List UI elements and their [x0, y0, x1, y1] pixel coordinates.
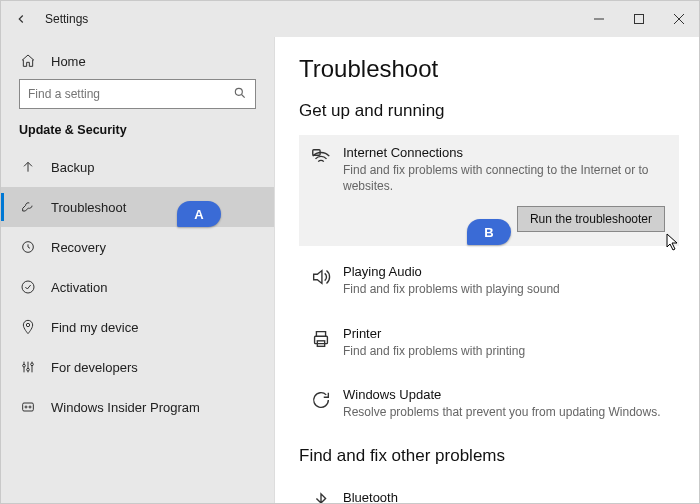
svg-point-7 [22, 281, 34, 293]
sidebar-item-label: Backup [51, 160, 94, 175]
printer-icon [307, 326, 335, 359]
recovery-icon [19, 239, 37, 255]
bluetooth-icon [307, 490, 335, 503]
minimize-button[interactable] [579, 1, 619, 37]
findmydevice-icon [19, 319, 37, 335]
settings-window: Settings Home Update & Security [0, 0, 700, 504]
sidebar-item-label: Troubleshoot [51, 200, 126, 215]
audio-icon [307, 264, 335, 297]
backup-icon [19, 159, 37, 175]
main-content: Troubleshoot Get up and running Internet… [275, 37, 699, 503]
troubleshooter-printer[interactable]: Printer Find and fix problems with print… [299, 316, 679, 369]
section-other-heading: Find and fix other problems [299, 446, 679, 466]
developers-icon [19, 359, 37, 375]
sidebar-item-activation[interactable]: Activation [1, 267, 274, 307]
sidebar-item-findmydevice[interactable]: Find my device [1, 307, 274, 347]
svg-rect-1 [635, 15, 644, 24]
section-getup-heading: Get up and running [299, 101, 679, 121]
back-button[interactable] [9, 7, 33, 31]
troubleshooter-title: Bluetooth [343, 490, 669, 503]
home-button[interactable]: Home [1, 47, 274, 79]
insider-icon [19, 399, 37, 415]
search-box[interactable] [19, 79, 256, 109]
troubleshooter-audio[interactable]: Playing Audio Find and fix problems with… [299, 254, 679, 307]
sidebar-item-backup[interactable]: Backup [1, 147, 274, 187]
home-label: Home [51, 54, 86, 69]
troubleshooter-title: Internet Connections [343, 145, 665, 160]
troubleshooter-desc: Find and fix problems with connecting to… [343, 162, 665, 194]
search-input[interactable] [28, 87, 233, 101]
svg-point-11 [31, 363, 34, 366]
svg-point-13 [25, 406, 27, 408]
troubleshooter-desc: Resolve problems that prevent you from u… [343, 404, 669, 420]
update-icon [307, 387, 335, 420]
sidebar-item-label: For developers [51, 360, 138, 375]
sidebar-item-label: Find my device [51, 320, 138, 335]
run-troubleshooter-button[interactable]: Run the troubleshooter [517, 206, 665, 232]
troubleshooter-bluetooth[interactable]: Bluetooth Find and fix problems with Blu… [299, 480, 679, 503]
titlebar: Settings [1, 1, 699, 37]
category-heading: Update & Security [1, 123, 274, 147]
close-button[interactable] [659, 1, 699, 37]
sidebar-item-troubleshoot[interactable]: Troubleshoot [1, 187, 274, 227]
svg-point-9 [23, 364, 26, 367]
internet-icon [307, 145, 335, 194]
troubleshooter-title: Windows Update [343, 387, 669, 402]
maximize-button[interactable] [619, 1, 659, 37]
home-icon [19, 53, 37, 69]
page-title: Troubleshoot [299, 55, 679, 83]
troubleshoot-icon [19, 199, 37, 215]
troubleshooter-title: Playing Audio [343, 264, 669, 279]
svg-line-5 [242, 94, 245, 97]
activation-icon [19, 279, 37, 295]
sidebar-item-developers[interactable]: For developers [1, 347, 274, 387]
troubleshooter-desc: Find and fix problems with printing [343, 343, 669, 359]
troubleshooter-desc: Find and fix problems with playing sound [343, 281, 669, 297]
svg-point-10 [27, 368, 30, 371]
callout-b: B [467, 219, 511, 245]
sidebar-item-label: Windows Insider Program [51, 400, 200, 415]
callout-a: A [177, 201, 221, 227]
sidebar-item-label: Activation [51, 280, 107, 295]
sidebar: Home Update & Security Backup Troubl [1, 37, 275, 503]
svg-rect-16 [315, 336, 328, 343]
search-icon [233, 86, 247, 103]
window-title: Settings [45, 12, 88, 26]
svg-point-4 [235, 88, 242, 95]
svg-rect-12 [23, 403, 34, 411]
sidebar-item-label: Recovery [51, 240, 106, 255]
troubleshooter-title: Printer [343, 326, 669, 341]
svg-point-14 [29, 406, 31, 408]
troubleshooter-update[interactable]: Windows Update Resolve problems that pre… [299, 377, 679, 430]
svg-point-8 [26, 323, 29, 326]
sidebar-item-insider[interactable]: Windows Insider Program [1, 387, 274, 427]
sidebar-item-recovery[interactable]: Recovery [1, 227, 274, 267]
